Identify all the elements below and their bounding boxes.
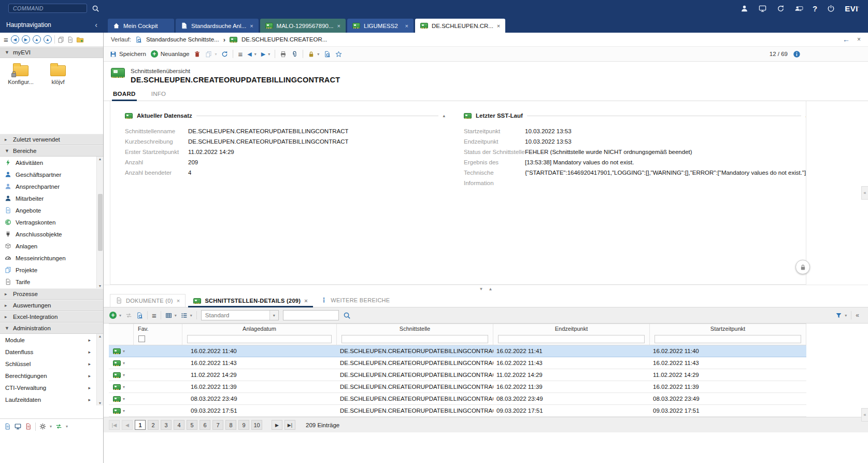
panel-splitter[interactable]: ▼ ▲ (104, 285, 868, 293)
quick-filter-input[interactable] (283, 310, 339, 320)
document-icon[interactable] (4, 423, 11, 430)
table-row[interactable]: ▾ 16.02.2022 11:40 DE.SCHLEUPEN.CREATEOR… (109, 345, 806, 357)
breadcrumb-item-1[interactable]: Standardsuche Schnittste... (146, 36, 219, 43)
sidebar-item-laufzeitdaten[interactable]: Laufzeitdaten ▸ (0, 394, 96, 405)
first-page-button[interactable]: |◀ (109, 420, 120, 430)
window-tab-standardsuche[interactable]: Standardsuche Anl... × (176, 19, 259, 33)
history-back-icon[interactable]: ← (843, 35, 850, 44)
sidebar-item-geschaeftspartner[interactable]: Geschäftspartner (0, 169, 96, 180)
collapse-up-icon[interactable]: ▲ (489, 287, 493, 291)
red-book-icon[interactable] (25, 423, 32, 430)
nav-top-icon[interactable]: ▲ (44, 35, 52, 44)
sidebar-item-schluessel[interactable]: Schlüssel ▸ (0, 358, 96, 370)
sidebar-item-messeinrichtungen[interactable]: Messeinrichtungen (0, 252, 96, 264)
redo-icon[interactable] (776, 4, 785, 13)
fav-cell[interactable] (134, 357, 182, 369)
help-button[interactable]: ? (813, 4, 817, 13)
copy-button[interactable]: ▾ (205, 51, 217, 58)
open-search-button[interactable] (136, 312, 143, 319)
settings-gear-icon[interactable] (39, 423, 46, 430)
tab-info[interactable]: INFO (150, 91, 167, 101)
filter-startzeitpunkt-input[interactable] (654, 335, 801, 343)
collapse-panel-icon[interactable]: « (856, 312, 859, 319)
row-menu-icon[interactable]: ▾ (123, 361, 125, 366)
row-menu-icon[interactable]: ▾ (123, 409, 125, 413)
refresh-button[interactable] (221, 51, 228, 58)
gear-dropdown-icon[interactable]: ▾ (50, 424, 52, 429)
window-icon[interactable] (15, 423, 21, 430)
print-button[interactable] (280, 51, 287, 58)
scrollbar-thumb[interactable] (98, 194, 103, 251)
window-tab-cockpit[interactable]: Mein Cockpit (108, 19, 174, 33)
sidebar-section-zuletzt[interactable]: ▸ Zuletzt verwendet (0, 134, 103, 145)
user-icon[interactable] (740, 4, 749, 13)
sidebar-item-berechtigungen[interactable]: Berechtigungen ▸ (0, 370, 96, 382)
administration-scrollbar[interactable]: ▲ ▼ (96, 334, 103, 405)
page-button-5[interactable]: 5 (187, 420, 197, 430)
window-tab-malo[interactable]: MALO-1299567890... × (260, 19, 346, 33)
scroll-up-icon[interactable]: ▲ (98, 334, 102, 338)
table-row[interactable]: ▾ 16.02.2022 11:43 DE.SCHLEUPEN.CREATEOR… (109, 357, 806, 369)
fav-cell[interactable] (134, 369, 182, 381)
pages-icon[interactable] (58, 36, 64, 43)
info-icon[interactable] (793, 50, 801, 58)
column-endzeitpunkt[interactable]: Endzeitpunkt (493, 324, 650, 333)
search-button[interactable] (343, 312, 351, 319)
sidebar-item-anschlussobjekte[interactable]: Anschlussobjekte (0, 228, 96, 240)
list-view-button[interactable]: ▾ (181, 312, 192, 319)
new-record-button[interactable]: + Neuanlage (151, 50, 190, 58)
last-page-button[interactable]: ▶| (284, 420, 295, 430)
sidebar-item-angebote[interactable]: Angebote (0, 204, 96, 216)
collapse-right-panel-icon[interactable]: « (861, 408, 868, 422)
delete-button[interactable] (194, 51, 201, 58)
fav-checkbox[interactable] (138, 335, 145, 342)
lock-button[interactable]: ▾ (308, 51, 319, 58)
folder-klojvf[interactable]: klöjvf (44, 65, 73, 85)
command-input[interactable] (8, 4, 87, 13)
new-folder-icon[interactable] (76, 36, 84, 44)
sidebar-item-cti-verwaltung[interactable]: CTI-Verwaltung ▸ (0, 382, 96, 394)
checkin-document-button[interactable] (324, 51, 331, 58)
nav-up-icon[interactable]: ▲ (33, 35, 41, 44)
menu-icon[interactable]: ≡ (152, 312, 156, 319)
tab-close-icon[interactable]: × (337, 23, 340, 29)
add-row-button[interactable]: +▾ (109, 312, 121, 319)
page-button-10[interactable]: 10 (251, 420, 262, 430)
command-search-icon[interactable] (91, 4, 100, 13)
sidebar-item-tarife[interactable]: Tarife (0, 276, 96, 288)
page-button-8[interactable]: 8 (225, 420, 236, 430)
sidebar-section-myevi[interactable]: ▼ myEVI (0, 47, 103, 58)
scroll-down-icon[interactable]: ▼ (98, 401, 102, 405)
row-menu-icon[interactable]: ▾ (123, 397, 125, 401)
monitor-icon[interactable] (758, 4, 767, 13)
fav-cell[interactable] (134, 393, 182, 404)
tab-close-icon[interactable]: × (250, 23, 253, 29)
next-record-button[interactable]: ▶▾ (261, 51, 270, 58)
tab-weitere-bereiche[interactable]: ⋮ WEITERE BEREICHE (316, 294, 395, 307)
row-menu-icon[interactable]: ▾ (123, 373, 125, 377)
tab-dokumente[interactable]: DOKUMENTE (0) × (110, 294, 186, 307)
tab-schnittstellen-details[interactable]: SCHNITTSTELLEN-DETAILS (209) × (188, 295, 313, 307)
power-icon[interactable] (827, 4, 835, 13)
collapse-group-icon[interactable]: ▴ (443, 113, 445, 118)
attachment-button[interactable] (291, 51, 298, 58)
session-user-icon[interactable] (794, 4, 803, 13)
sync-icon[interactable] (55, 423, 62, 430)
collapse-group-icon[interactable]: ▴ (805, 113, 806, 118)
page-button-3[interactable]: 3 (161, 420, 172, 430)
page-button-9[interactable]: 9 (238, 420, 249, 430)
tab-close-icon[interactable]: × (177, 298, 180, 304)
save-button[interactable]: Speichern (110, 51, 146, 58)
row-menu-icon[interactable]: ▾ (123, 385, 125, 389)
tab-board[interactable]: BOARD (112, 91, 137, 101)
fav-cell[interactable] (134, 345, 182, 357)
window-tab-schleupen-active[interactable]: DE.SCHLEUPEN.CR... × (415, 19, 505, 33)
nav-forward-icon[interactable]: ▶ (22, 35, 30, 44)
filter-schnittstelle-input[interactable] (341, 335, 488, 343)
sidebar-item-ansprechpartner[interactable]: Ansprechpartner (0, 180, 96, 192)
sidebar-section-administration[interactable]: ▼ Administration (0, 322, 103, 334)
collapse-down-icon[interactable]: ▼ (479, 287, 483, 291)
prev-record-button[interactable]: ◀▾ (247, 51, 256, 58)
breadcrumb-item-2[interactable]: DE.SCHLEUPEN.CREATEOR... (241, 36, 327, 43)
favorite-star-button[interactable] (335, 51, 342, 58)
